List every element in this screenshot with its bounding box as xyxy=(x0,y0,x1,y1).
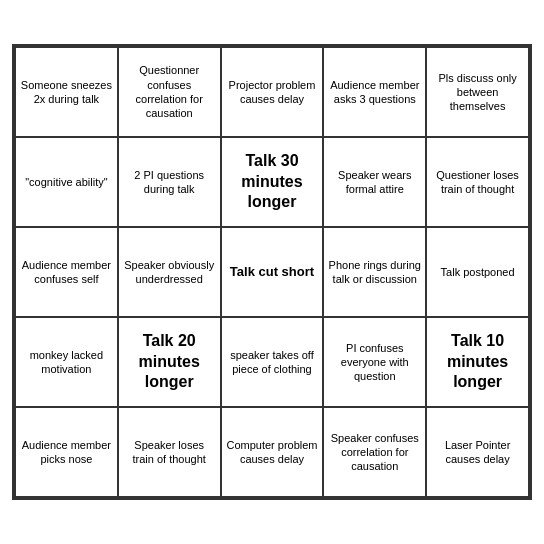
bingo-cell[interactable]: "cognitive ability" xyxy=(16,138,119,228)
cell-text: Audience member asks 3 questions xyxy=(328,78,421,107)
bingo-cell[interactable]: Talk 20 minutes longer xyxy=(119,318,222,408)
cell-text: Questionner confuses correlation for cau… xyxy=(123,63,216,120)
bingo-cell[interactable]: Speaker loses train of thought xyxy=(119,408,222,498)
bingo-cell[interactable]: Talk postponed xyxy=(427,228,530,318)
bingo-cell[interactable]: Talk 10 minutes longer xyxy=(427,318,530,408)
bingo-cell[interactable]: Someone sneezes 2x during talk xyxy=(16,48,119,138)
bingo-cell[interactable]: Speaker wears formal attire xyxy=(324,138,427,228)
cell-text: Laser Pointer causes delay xyxy=(431,438,524,467)
bingo-cell[interactable]: Speaker obviously underdressed xyxy=(119,228,222,318)
bingo-cell[interactable]: Pls discuss only between themselves xyxy=(427,48,530,138)
bingo-cell[interactable]: Talk 30 minutes longer xyxy=(222,138,325,228)
bingo-grid: Someone sneezes 2x during talkQuestionne… xyxy=(14,46,530,498)
bingo-cell[interactable]: Questionner confuses correlation for cau… xyxy=(119,48,222,138)
cell-text: Pls discuss only between themselves xyxy=(431,71,524,114)
cell-text: Speaker confuses correlation for causati… xyxy=(328,431,421,474)
bingo-cell[interactable]: Laser Pointer causes delay xyxy=(427,408,530,498)
bingo-cell[interactable]: 2 PI questions during talk xyxy=(119,138,222,228)
bingo-cell[interactable]: monkey lacked motivation xyxy=(16,318,119,408)
cell-text: Talk 10 minutes longer xyxy=(431,331,524,393)
bingo-cell[interactable]: Speaker confuses correlation for causati… xyxy=(324,408,427,498)
cell-text: PI confuses everyone with question xyxy=(328,341,421,384)
bingo-cell[interactable]: Projector problem causes delay xyxy=(222,48,325,138)
bingo-cell[interactable]: Audience member confuses self xyxy=(16,228,119,318)
cell-text: 2 PI questions during talk xyxy=(123,168,216,197)
cell-text: Talk postponed xyxy=(441,265,515,279)
bingo-card: Someone sneezes 2x during talkQuestionne… xyxy=(12,44,532,500)
cell-text: Projector problem causes delay xyxy=(226,78,319,107)
cell-text: Talk 20 minutes longer xyxy=(123,331,216,393)
bingo-cell[interactable]: PI confuses everyone with question xyxy=(324,318,427,408)
cell-text: Speaker loses train of thought xyxy=(123,438,216,467)
cell-text: monkey lacked motivation xyxy=(20,348,113,377)
cell-text: Speaker wears formal attire xyxy=(328,168,421,197)
bingo-cell[interactable]: Talk cut short xyxy=(222,228,325,318)
cell-text: Talk cut short xyxy=(230,264,314,281)
bingo-cell[interactable]: Questioner loses train of thought xyxy=(427,138,530,228)
cell-text: speaker takes off piece of clothing xyxy=(226,348,319,377)
cell-text: Audience member picks nose xyxy=(20,438,113,467)
cell-text: Computer problem causes delay xyxy=(226,438,319,467)
cell-text: Questioner loses train of thought xyxy=(431,168,524,197)
bingo-cell[interactable]: speaker takes off piece of clothing xyxy=(222,318,325,408)
bingo-cell[interactable]: Computer problem causes delay xyxy=(222,408,325,498)
bingo-cell[interactable]: Audience member picks nose xyxy=(16,408,119,498)
bingo-cell[interactable]: Phone rings during talk or discussion xyxy=(324,228,427,318)
cell-text: Someone sneezes 2x during talk xyxy=(20,78,113,107)
bingo-cell[interactable]: Audience member asks 3 questions xyxy=(324,48,427,138)
cell-text: Speaker obviously underdressed xyxy=(123,258,216,287)
cell-text: Audience member confuses self xyxy=(20,258,113,287)
cell-text: "cognitive ability" xyxy=(25,175,107,189)
cell-text: Talk 30 minutes longer xyxy=(226,151,319,213)
cell-text: Phone rings during talk or discussion xyxy=(328,258,421,287)
